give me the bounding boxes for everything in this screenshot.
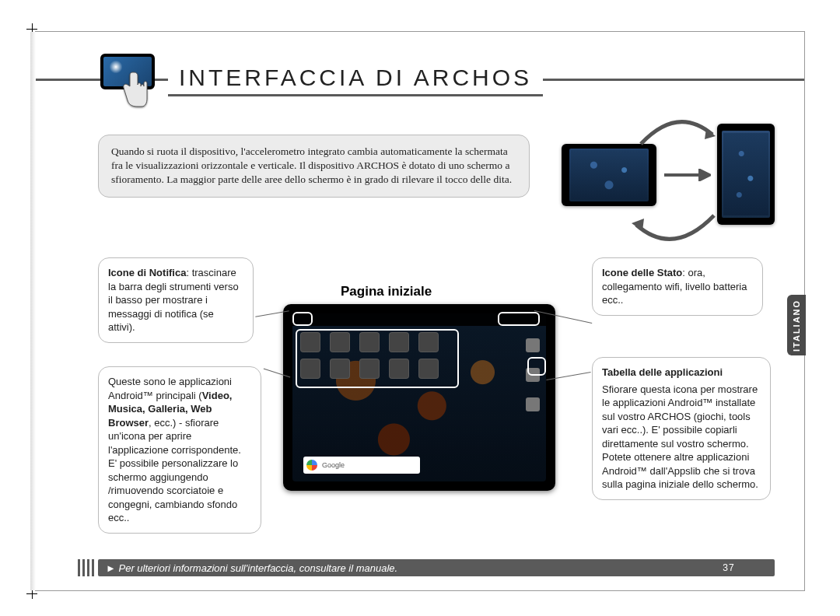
highlight-main-apps <box>296 329 459 388</box>
curved-arrow-bottom-icon <box>627 209 720 252</box>
touch-tablet-icon <box>94 54 160 108</box>
language-side-tab: ITALIANO <box>787 295 806 355</box>
footer-note-bar: ► Per ulteriori informazioni sull'interf… <box>98 559 775 576</box>
tablet-portrait-image <box>717 124 775 225</box>
callout-text: , ecc.) - sfiorare un'icona per aprire l… <box>108 417 241 524</box>
callout-title: Tabella delle applicazioni <box>602 366 761 380</box>
highlight-notification-area <box>292 312 313 326</box>
callout-notification-icons: Icone di Notifica: trascinare la barra d… <box>98 257 254 343</box>
highlight-apps-drawer <box>527 357 546 376</box>
home-screen-label: Pagina iniziale <box>341 284 432 299</box>
curved-arrow-top-icon <box>635 111 720 150</box>
tablet-landscape-image <box>562 144 656 206</box>
arrow-right-icon <box>664 169 711 181</box>
callout-text: Sfiorare questa icona per mostrare le ap… <box>602 383 758 491</box>
page-number: 37 <box>717 559 740 576</box>
callout-state-icons: Icone delle Stato: ora, collegamento wif… <box>592 257 763 316</box>
callout-title: Icone di Notifica <box>108 267 186 278</box>
rotation-diagram <box>549 110 782 265</box>
highlight-state-area <box>498 312 540 326</box>
tablet-home-screenshot: Google <box>283 304 555 491</box>
intro-text-box: Quando si ruota il dispositivo, l'accele… <box>98 135 530 198</box>
callout-main-apps: Queste sono le applicazioni Android™ pri… <box>98 366 261 534</box>
google-search-widget: Google <box>303 457 420 474</box>
callout-title: Icone delle Stato <box>602 267 682 278</box>
callout-applications-table: Tabella delle applicazioni Sfiorare ques… <box>592 357 771 500</box>
page-title: INTERFACCIA DI ARCHOS <box>168 65 543 96</box>
manual-page: INTERFACCIA DI ARCHOS Quando si ruota il… <box>35 31 805 591</box>
